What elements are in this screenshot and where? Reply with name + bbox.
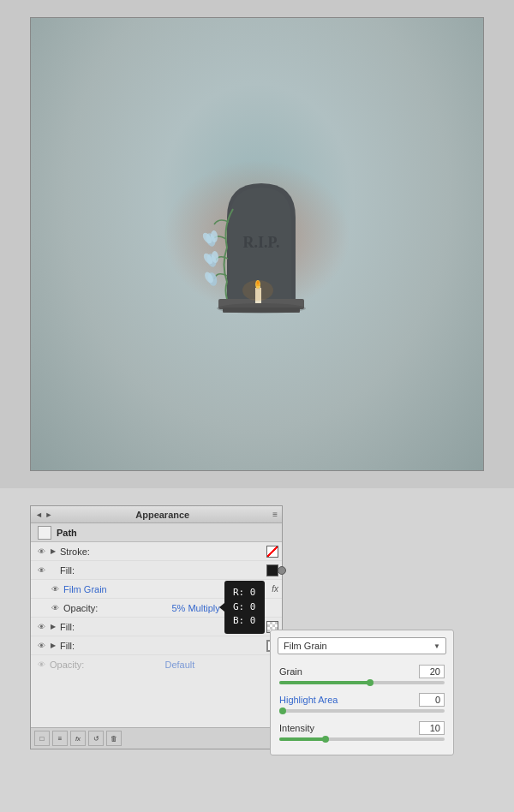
highlight-area-param-row: Highlight Area 0 — [271, 690, 453, 713]
fill-border-arrow[interactable]: ▶ — [48, 641, 58, 651]
layer-list-button[interactable]: ≡ — [52, 731, 68, 746]
svg-text:R.I.P.: R.I.P. — [243, 234, 280, 251]
filmgrain-dropdown-label: Film Grain — [284, 641, 327, 651]
opacity-default-value[interactable]: Default — [164, 660, 279, 670]
intensity-label: Intensity — [279, 723, 314, 733]
svg-point-17 — [217, 303, 306, 313]
intensity-label-row: Intensity 10 — [279, 721, 445, 735]
stroke-swatch[interactable] — [266, 546, 278, 558]
fill-swatch[interactable] — [266, 564, 278, 576]
opacity-default-visibility-toggle[interactable]: 👁 — [34, 658, 48, 672]
stroke-label: Stroke: — [58, 546, 263, 557]
panel-titlebar: ◄ ► Appearance ≡ — [31, 506, 282, 523]
fill-pattern-visibility-toggle[interactable]: 👁 — [34, 620, 48, 634]
opacity-default-label: Opacity: — [48, 660, 164, 670]
stroke-row: 👁 ▶ Stroke: — [31, 542, 282, 561]
grain-label-row: Grain 20 — [279, 665, 445, 678]
fill-border-row: 👁 ▶ Fill: — [31, 636, 282, 655]
opacity-visibility-toggle[interactable]: 👁 — [48, 601, 62, 615]
delete-button[interactable]: 🗑 — [106, 731, 122, 746]
panel-bottom-row: □ ≡ fx ↺ 🗑 — [31, 727, 282, 749]
bottom-panel: ◄ ► Appearance ≡ Path 👁 ▶ Stroke: 👁 Fill… — [0, 488, 514, 812]
fill-row: 👁 Fill: — [31, 561, 282, 580]
tooltip-g: G: 0 — [233, 600, 256, 615]
highlight-area-value[interactable]: 0 — [419, 693, 445, 707]
grain-slider-fill — [279, 681, 370, 684]
path-label: Path — [57, 528, 77, 538]
intensity-param-row: Intensity 10 — [271, 718, 453, 741]
intensity-slider-thumb — [322, 736, 329, 743]
canvas-frame: R.I.P. — [30, 17, 484, 471]
fill-expand-placeholder — [48, 565, 58, 576]
new-layer-button[interactable]: □ — [34, 731, 50, 746]
grain-param-row: Grain 20 — [271, 661, 453, 684]
clear-button[interactable]: ↺ — [88, 731, 104, 746]
stone-illustration: R.I.P. — [180, 132, 334, 356]
fill-visibility-toggle[interactable]: 👁 — [34, 564, 48, 577]
stroke-expand-arrow[interactable]: ▶ — [48, 546, 58, 557]
opacity-default-row: 👁 Opacity: Default — [31, 655, 282, 674]
canvas-area: R.I.P. — [0, 0, 514, 488]
fx-button[interactable]: fx — [70, 731, 86, 746]
intensity-slider-track[interactable] — [279, 737, 445, 741]
highlight-slider-track[interactable] — [279, 709, 445, 713]
highlight-area-label[interactable]: Highlight Area — [279, 695, 338, 705]
grain-slider-thumb — [367, 679, 374, 686]
filmgrain-dropdown[interactable]: Film Grain ▼ — [278, 637, 446, 654]
panel-resize-controls[interactable]: ◄ ► — [35, 510, 52, 519]
fill-border-label: Fill: — [58, 641, 263, 651]
filmgrain-dropdown-arrow: ▼ — [433, 642, 440, 650]
fx-icon: fx — [272, 584, 278, 594]
intensity-slider-fill — [279, 737, 326, 741]
path-thumbnail — [38, 526, 51, 540]
filmgrain-settings-panel: Film Grain ▼ Grain 20 Highlight Area 0 — [270, 630, 454, 755]
fill-border-visibility-toggle[interactable]: 👁 — [34, 639, 48, 653]
stroke-visibility-toggle[interactable]: 👁 — [34, 545, 48, 558]
film-grain-visibility-toggle[interactable]: 👁 — [48, 582, 62, 596]
panel-menu-button[interactable]: ≡ — [272, 510, 278, 519]
fill-connector — [278, 566, 286, 575]
panel-title: Appearance — [135, 510, 189, 520]
tooltip-b: B: 0 — [233, 614, 256, 629]
fill-pattern-arrow[interactable]: ▶ — [48, 622, 58, 632]
intensity-value[interactable]: 10 — [419, 721, 445, 735]
opacity-label: Opacity: — [62, 603, 170, 613]
svg-point-16 — [242, 280, 273, 301]
fill-label: Fill: — [58, 565, 263, 576]
grain-slider-track[interactable] — [279, 681, 445, 684]
highlight-slider-thumb — [279, 708, 286, 714]
grain-label: Grain — [279, 666, 302, 677]
tooltip-r: R: 0 — [233, 586, 256, 600]
grain-value[interactable]: 20 — [419, 665, 445, 678]
panel-header-row: Path — [31, 523, 282, 542]
highlight-label-row: Highlight Area 0 — [279, 693, 445, 707]
color-tooltip: R: 0 G: 0 B: 0 — [224, 581, 265, 634]
